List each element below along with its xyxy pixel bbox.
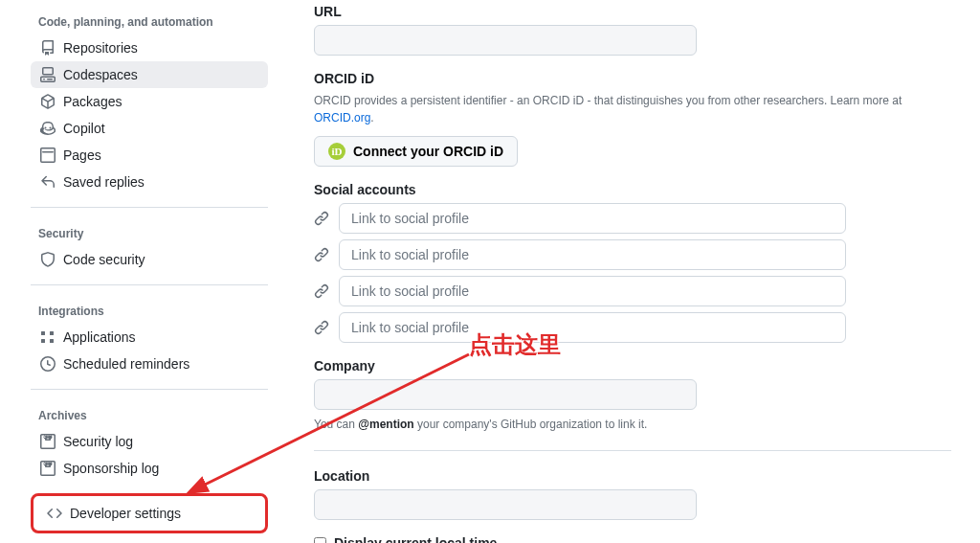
clock-icon bbox=[40, 356, 56, 372]
sidebar-item-codespaces[interactable]: Codespaces bbox=[31, 61, 268, 88]
shield-icon bbox=[40, 252, 56, 267]
sidebar-label: Code security bbox=[63, 252, 145, 267]
sidebar-section-title: Archives bbox=[31, 401, 268, 428]
sidebar-section-title: Code, planning, and automation bbox=[31, 8, 268, 34]
sidebar-item-developer-settings[interactable]: Developer settings bbox=[37, 500, 261, 527]
sidebar-label: Codespaces bbox=[63, 67, 138, 82]
orcid-link[interactable]: ORCID.org bbox=[314, 111, 370, 124]
sidebar-label: Security log bbox=[63, 434, 133, 449]
pages-icon bbox=[40, 147, 56, 163]
divider bbox=[314, 450, 951, 451]
codespaces-icon bbox=[40, 67, 56, 82]
social-row bbox=[314, 203, 951, 234]
page-container: Code, planning, and automation Repositor… bbox=[0, 0, 980, 543]
developer-settings-highlight: Developer settings bbox=[31, 493, 268, 533]
sidebar-section-title: Integrations bbox=[31, 297, 268, 324]
sidebar-label: Copilot bbox=[63, 121, 105, 136]
location-group: Location bbox=[314, 468, 951, 520]
company-input[interactable] bbox=[314, 379, 697, 410]
divider bbox=[31, 207, 268, 208]
sidebar-item-scheduled-reminders[interactable]: Scheduled reminders bbox=[31, 351, 268, 377]
company-help: You can @mention your company's GitHub o… bbox=[314, 416, 951, 433]
sidebar-item-code-security[interactable]: Code security bbox=[31, 246, 268, 273]
social-input-1[interactable] bbox=[339, 203, 846, 234]
link-icon bbox=[314, 283, 329, 299]
sidebar-label: Packages bbox=[63, 94, 122, 109]
link-icon bbox=[314, 211, 329, 226]
orcid-group: ORCID iD ORCID provides a persistent ide… bbox=[314, 71, 951, 167]
company-group: Company You can @mention your company's … bbox=[314, 358, 951, 433]
reply-icon bbox=[40, 174, 56, 190]
social-row bbox=[314, 276, 951, 306]
sidebar-label: Applications bbox=[63, 329, 136, 345]
social-input-2[interactable] bbox=[339, 239, 846, 270]
link-icon bbox=[314, 320, 329, 335]
social-accounts-label: Social accounts bbox=[314, 182, 951, 197]
company-label: Company bbox=[314, 358, 951, 373]
sidebar-label: Repositories bbox=[63, 40, 138, 56]
main-content: URL ORCID iD ORCID provides a persistent… bbox=[287, 0, 980, 543]
url-group: URL bbox=[314, 4, 951, 56]
location-input[interactable] bbox=[314, 489, 697, 520]
url-label: URL bbox=[314, 4, 951, 19]
social-input-3[interactable] bbox=[339, 276, 846, 306]
sidebar-item-pages[interactable]: Pages bbox=[31, 142, 268, 169]
sidebar-label: Scheduled reminders bbox=[63, 356, 189, 372]
orcid-help: ORCID provides a persistent identifier -… bbox=[314, 92, 951, 126]
link-icon bbox=[314, 247, 329, 262]
url-input[interactable] bbox=[314, 25, 697, 56]
sidebar-item-copilot[interactable]: Copilot bbox=[31, 115, 268, 142]
sidebar-item-repositories[interactable]: Repositories bbox=[31, 34, 268, 61]
sidebar-item-sponsorship-log[interactable]: Sponsorship log bbox=[31, 455, 268, 482]
package-icon bbox=[40, 94, 56, 109]
local-time-label: Display current local time bbox=[334, 535, 639, 543]
divider bbox=[31, 389, 268, 390]
local-time-row: Display current local time Other users w… bbox=[314, 535, 951, 543]
sidebar-label: Sponsorship log bbox=[63, 461, 159, 476]
orcid-button-label: Connect your ORCID iD bbox=[353, 144, 503, 159]
code-icon bbox=[47, 506, 62, 521]
sidebar-section-title: Security bbox=[31, 219, 268, 246]
sidebar-item-security-log[interactable]: Security log bbox=[31, 428, 268, 455]
log-icon bbox=[40, 461, 56, 476]
divider bbox=[31, 284, 268, 285]
settings-sidebar: Code, planning, and automation Repositor… bbox=[0, 0, 287, 543]
sidebar-item-packages[interactable]: Packages bbox=[31, 88, 268, 115]
apps-icon bbox=[40, 329, 56, 345]
orcid-icon: iD bbox=[328, 143, 345, 160]
social-accounts-group: Social accounts bbox=[314, 182, 951, 343]
sidebar-label: Saved replies bbox=[63, 174, 145, 190]
sidebar-label: Developer settings bbox=[70, 506, 181, 521]
sidebar-item-applications[interactable]: Applications bbox=[31, 324, 268, 351]
connect-orcid-button[interactable]: iD Connect your ORCID iD bbox=[314, 136, 518, 167]
copilot-icon bbox=[40, 121, 56, 136]
sidebar-label: Pages bbox=[63, 147, 101, 163]
social-input-4[interactable] bbox=[339, 312, 846, 343]
log-icon bbox=[40, 434, 56, 449]
location-label: Location bbox=[314, 468, 951, 484]
social-row bbox=[314, 239, 951, 270]
local-time-checkbox[interactable] bbox=[314, 537, 326, 543]
orcid-label: ORCID iD bbox=[314, 71, 951, 86]
social-row bbox=[314, 312, 951, 343]
repo-icon bbox=[40, 40, 56, 56]
sidebar-item-saved-replies[interactable]: Saved replies bbox=[31, 169, 268, 195]
